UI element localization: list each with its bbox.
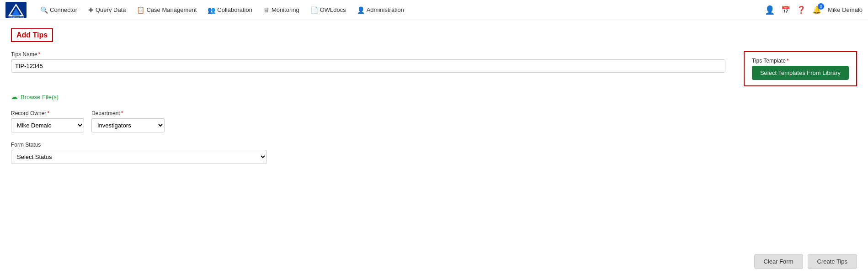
monitor-icon: 🖥 (263, 6, 270, 14)
page-title: Add Tips (16, 31, 48, 39)
nav-owldocs[interactable]: 📄 OWLdocs (305, 0, 351, 20)
case-icon: 📋 (137, 6, 144, 14)
collab-icon: 👥 (208, 6, 215, 14)
nav-items: 🔍 Connector ✚ Query Data 📋 Case Manageme… (35, 0, 765, 20)
calendar-icon[interactable]: 📅 (781, 5, 790, 14)
nav-monitor-label: Monitoring (272, 6, 299, 13)
select-template-button[interactable]: Select Templates From Library (752, 66, 849, 80)
admin-icon: 👤 (357, 6, 365, 14)
tips-name-label: Tips Name* (11, 51, 725, 58)
nav-collaboration[interactable]: 👥 Collaboration (202, 0, 258, 20)
nav-case-label: Case Management (146, 6, 197, 13)
form-top-row: Tips Name* Tips Template* Select Templat… (11, 51, 857, 86)
upload-icon: ☁ (11, 93, 18, 101)
browse-files-link[interactable]: ☁ Browse File(s) (11, 93, 857, 101)
department-label: Department* (91, 110, 165, 116)
department-select[interactable]: Investigators (91, 118, 165, 132)
connector-icon: 🔍 (40, 6, 48, 14)
tips-template-label: Tips Template* (752, 58, 849, 64)
tips-name-required: * (38, 51, 41, 58)
query-icon: ✚ (88, 6, 94, 14)
docs-icon: 📄 (310, 6, 318, 14)
help-icon[interactable]: ❓ (797, 5, 806, 14)
nav-admin-label: Administration (367, 6, 404, 13)
logo[interactable]: INTELLIGENCE (5, 2, 27, 18)
nav-query-label: Query Data (96, 6, 126, 13)
user-settings-icon[interactable]: 👤 (765, 5, 775, 15)
svg-text:INTELLIGENCE: INTELLIGENCE (8, 16, 25, 18)
nav-docs-label: OWLdocs (320, 6, 346, 13)
department-group: Department* Investigators (91, 110, 165, 132)
tips-template-required: * (787, 58, 789, 64)
nav-collab-label: Collaboration (217, 6, 252, 13)
notification-icon[interactable]: 🔔 0 (812, 5, 821, 14)
nav-administration[interactable]: 👤 Administration (351, 0, 410, 20)
department-required: * (121, 110, 123, 116)
page-title-box: Add Tips (11, 28, 53, 42)
nav-connector-label: Connector (50, 6, 77, 13)
tips-name-input[interactable] (11, 59, 725, 73)
form-status-label: Form Status (11, 142, 857, 148)
form-status-section: Form Status Select Status (11, 142, 857, 164)
nav-case-management[interactable]: 📋 Case Management (131, 0, 202, 20)
tips-template-section: Tips Template* Select Templates From Lib… (744, 51, 857, 86)
main-content: Add Tips Tips Name* Tips Template* Selec… (0, 20, 868, 181)
form-status-select[interactable]: Select Status (11, 150, 267, 164)
tips-name-section: Tips Name* (11, 51, 725, 73)
form-owners-row: Record Owner* Mike Demalo Department* In… (11, 110, 857, 132)
navbar: INTELLIGENCE 🔍 Connector ✚ Query Data 📋 … (0, 0, 868, 20)
record-owner-label: Record Owner* (11, 110, 84, 116)
nav-connector[interactable]: 🔍 Connector (35, 0, 83, 20)
record-owner-group: Record Owner* Mike Demalo (11, 110, 84, 132)
browse-label: Browse File(s) (21, 94, 59, 100)
record-owner-select[interactable]: Mike Demalo (11, 118, 84, 132)
nav-monitoring[interactable]: 🖥 Monitoring (258, 0, 305, 20)
notification-badge: 0 (818, 3, 824, 10)
record-owner-required: * (47, 110, 49, 116)
user-name[interactable]: Mike Demalo (828, 6, 863, 13)
nav-query-data[interactable]: ✚ Query Data (83, 0, 131, 20)
nav-right: 👤 📅 ❓ 🔔 0 Mike Demalo (765, 5, 863, 15)
